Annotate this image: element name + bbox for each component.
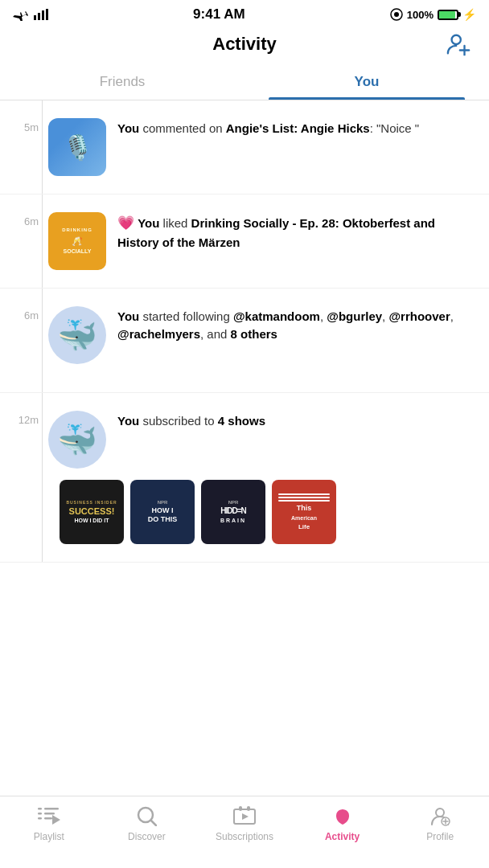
subscriptions-icon [233,805,256,827]
feed-content-following: You started following @katmandoom, @bgur… [117,306,476,343]
svg-rect-2 [42,10,44,20]
svg-rect-11 [44,817,52,820]
nav-activity[interactable]: Activity [294,805,392,842]
svg-rect-0 [34,15,36,20]
feed-item-comment: 5m 🎙️ You commented on Angie's List: Ang… [0,100,489,194]
avatar-drinking: DRINKING 🥂 SOCIALLY [48,212,106,270]
svg-rect-20 [239,806,242,811]
feed-text-like: 💗 You liked Drinking Socially - Ep. 28: … [117,214,476,251]
nav-profile[interactable]: Profile [391,805,489,842]
svg-point-6 [452,35,461,44]
podcast-hidden-brain[interactable]: NPR HIDD=N BRAIN [201,480,265,544]
timeline-line [42,289,43,392]
airplane-icon [13,8,29,21]
feed-text-comment: You commented on Angie's List: Angie Hic… [117,120,476,137]
status-time: 9:41 AM [48,6,390,23]
nav-playlist-label: Playlist [34,831,64,842]
battery-percent: 100% [407,9,434,21]
timeline-line [42,393,43,562]
timeline-line [42,194,43,288]
status-right: 100% ⚡ [390,8,476,21]
time-label: 12m [18,414,39,426]
tab-you[interactable]: You [244,63,489,100]
nav-discover[interactable]: Discover [98,805,196,842]
svg-rect-10 [44,813,55,815]
feed-item-like: 6m DRINKING 🥂 SOCIALLY 💗 You liked Drink… [0,194,489,289]
nav-discover-label: Discover [128,831,166,842]
svg-rect-1 [38,13,40,20]
avatar-whale-1: 🐳 [48,306,106,364]
nav-playlist[interactable]: Playlist [0,805,98,842]
playlist-icon [38,805,60,827]
avatar-angie: 🎙️ [48,118,106,176]
svg-rect-13 [38,813,42,815]
time-column: 12m [0,411,48,427]
time-label: 6m [24,215,39,227]
tab-friends[interactable]: Friends [0,63,244,100]
svg-marker-15 [52,815,60,825]
svg-marker-19 [242,813,249,820]
svg-point-5 [394,12,399,17]
svg-line-17 [151,821,156,825]
feed-item-subscribed: 12m 🐳 You subscribed to 4 shows BUSINESS… [0,393,489,563]
page-title: Activity [212,34,276,55]
charging-icon: ⚡ [462,8,476,21]
time-column: 5m [0,118,48,134]
svg-point-22 [436,809,444,817]
podcast-grid: BUSINESS INSIDER SUCCESS! HOW I DID IT N… [60,480,336,544]
nav-activity-label: Activity [325,831,360,842]
svg-rect-12 [38,808,42,810]
nav-subscriptions-label: Subscriptions [216,831,273,842]
feed-content-comment: You commented on Angie's List: Angie Hic… [117,118,476,137]
battery-icon [438,10,458,20]
feed-content-like: 💗 You liked Drinking Socially - Ep. 28: … [117,212,476,251]
location-icon [390,8,403,21]
feed-text-following: You started following @katmandoom, @bgur… [117,308,476,343]
feed-text-subscribed: You subscribed to 4 shows [117,412,476,430]
podcast-american-life[interactable]: This American Life [272,480,336,544]
svg-rect-9 [44,808,59,810]
avatar-whale-2: 🐳 [48,411,106,469]
profile-icon [429,805,451,827]
podcast-howido[interactable]: NPR HOW IDO THIS [130,480,195,544]
podcast-success[interactable]: BUSINESS INSIDER SUCCESS! HOW I DID IT [60,480,124,544]
header: Activity [0,26,489,63]
discover-icon [135,805,158,827]
nav-profile-label: Profile [426,831,454,842]
timeline-line [42,100,43,194]
activity-feed: 5m 🎙️ You commented on Angie's List: Ang… [0,100,489,643]
bottom-nav: Playlist Discover Subscriptions [0,796,489,868]
signal-icon [34,9,48,20]
svg-rect-14 [38,817,42,820]
activity-icon [331,805,354,827]
add-user-button[interactable] [444,30,473,59]
feed-content-subscribed: You subscribed to 4 shows [117,411,476,430]
time-label: 6m [24,309,39,321]
time-column: 6m [0,306,48,322]
nav-subscriptions[interactable]: Subscriptions [195,805,294,842]
time-column: 6m [0,212,48,228]
tabs-container: Friends You [0,63,489,100]
status-left [13,8,48,21]
add-user-icon [446,32,471,56]
feed-item-following: 6m 🐳 You started following @katmandoom, … [0,289,489,393]
status-bar: 9:41 AM 100% ⚡ [0,0,489,26]
svg-rect-21 [247,806,250,811]
time-label: 5m [24,121,39,133]
